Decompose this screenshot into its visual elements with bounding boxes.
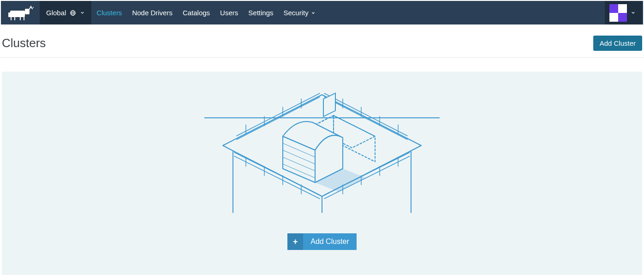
nav-items: Clusters Node Drivers Catalogs Users Set… <box>91 1 320 24</box>
scope-dropdown[interactable]: Global <box>40 1 91 24</box>
svg-rect-2 <box>25 9 30 14</box>
chevron-down-icon <box>80 10 85 15</box>
scope-label: Global <box>46 9 66 17</box>
nav-item-label: Settings <box>248 9 273 17</box>
nav-item-label: Clusters <box>96 9 122 17</box>
button-label: Add Cluster <box>600 39 636 47</box>
nav-item-label: Node Drivers <box>132 9 173 17</box>
nav-item-label: Catalogs <box>183 9 210 17</box>
page-title: Clusters <box>2 36 46 50</box>
svg-point-7 <box>33 7 34 8</box>
nav-item-security[interactable]: Security <box>278 1 320 24</box>
nav-item-settings[interactable]: Settings <box>243 1 278 24</box>
globe-icon <box>70 10 76 16</box>
add-cluster-button-top[interactable]: Add Cluster <box>593 36 642 51</box>
avatar <box>609 4 627 22</box>
empty-farm-illustration-icon <box>204 92 440 217</box>
topbar: Global Clusters Node Drivers Catalogs Us… <box>1 1 643 24</box>
svg-rect-0 <box>10 11 25 17</box>
rancher-logo-icon <box>4 4 35 22</box>
add-cluster-button-center[interactable]: + Add Cluster <box>287 233 357 250</box>
logo-area[interactable] <box>2 1 40 24</box>
nav-item-clusters[interactable]: Clusters <box>91 1 127 24</box>
chevron-down-icon <box>631 10 636 15</box>
empty-state-panel: + Add Cluster <box>2 72 642 275</box>
page-header-row: Clusters Add Cluster <box>0 25 644 58</box>
nav-item-label: Security <box>283 9 308 17</box>
nav-item-label: Users <box>220 9 238 17</box>
nav-item-users[interactable]: Users <box>215 1 243 24</box>
user-menu[interactable] <box>605 1 642 24</box>
plus-icon: + <box>287 233 303 250</box>
chevron-down-icon <box>311 11 316 15</box>
nav-item-catalogs[interactable]: Catalogs <box>178 1 215 24</box>
button-label: Add Cluster <box>303 233 357 250</box>
svg-rect-1 <box>8 12 11 17</box>
nav-item-node-drivers[interactable]: Node Drivers <box>127 1 178 24</box>
